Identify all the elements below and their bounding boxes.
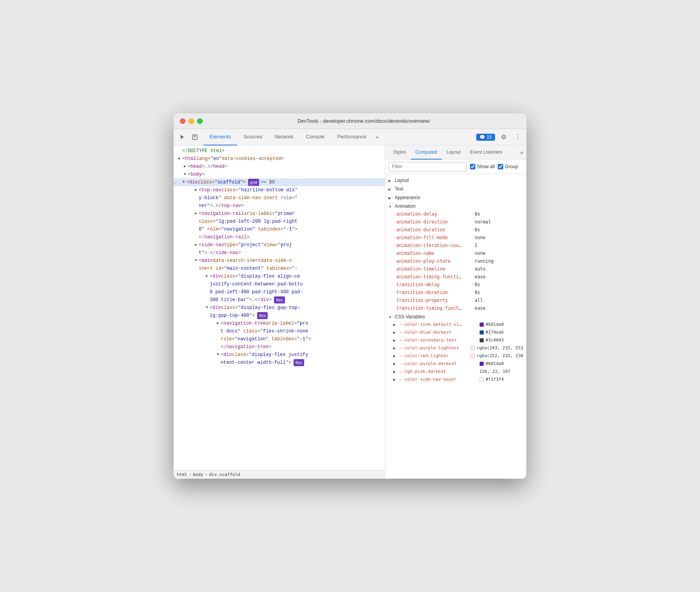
flex-badge-2[interactable]: flex bbox=[257, 312, 268, 319]
filter-input[interactable] bbox=[388, 162, 467, 171]
var-color-purple-lightest[interactable]: --color-purple-lightest rgba(243, 232, 2… bbox=[385, 344, 526, 352]
toggle-head[interactable]: ▶ bbox=[182, 163, 188, 170]
html-line-topnav[interactable]: ▶ <top-nav class="hairline-bottom dis" bbox=[174, 186, 385, 194]
styles-more-button[interactable]: » bbox=[520, 149, 523, 156]
inspect-icon[interactable] bbox=[189, 132, 200, 143]
toggle-navtree[interactable]: ▶ bbox=[215, 320, 221, 327]
tab-performance[interactable]: Performance bbox=[331, 129, 372, 145]
section-header-text[interactable]: Text bbox=[385, 185, 526, 193]
tab-event-listeners[interactable]: Event Listeners bbox=[465, 145, 507, 160]
computed-content[interactable]: Layout Text Appearance bbox=[385, 174, 526, 479]
html-line-titlebar3[interactable]: 0 pad-left-400 pad-right-400 pad- bbox=[174, 288, 385, 296]
html-line-sidenav2[interactable]: t">…</side-nav> bbox=[174, 249, 385, 257]
var-color-red-lighter[interactable]: --color-red-lighter rgba(252, 232, 230 bbox=[385, 352, 526, 360]
prop-animation-timeline[interactable]: animation-timeline auto bbox=[385, 265, 526, 273]
section-header-css-variables[interactable]: CSS Variables bbox=[385, 313, 526, 321]
prop-animation-iter[interactable]: animation-iteration-cou… 1 bbox=[385, 242, 526, 249]
elements-content[interactable]: <!DOCTYPE html> ▶ <html lang="en" data-c… bbox=[174, 145, 385, 470]
prop-animation-fill[interactable]: animation-fill-mode none bbox=[385, 234, 526, 242]
tab-network[interactable]: Network bbox=[268, 129, 300, 145]
html-line-sidenav[interactable]: ▶ <side-nav type="project" view="proj bbox=[174, 241, 385, 249]
prop-animation-name[interactable]: animation-name none bbox=[385, 249, 526, 257]
prop-animation-delay[interactable]: animation-delay 0s bbox=[385, 210, 526, 218]
section-header-animation[interactable]: Animation bbox=[385, 202, 526, 210]
group-checkbox[interactable] bbox=[498, 164, 503, 169]
html-line-body[interactable]: ▼ <body> bbox=[174, 171, 385, 178]
prop-animation-play[interactable]: animation-play-state running bbox=[385, 257, 526, 265]
var-color-secondary-text[interactable]: --color-secondary-text #3c4043 bbox=[385, 336, 526, 344]
group-label[interactable]: Group bbox=[498, 164, 518, 169]
html-line-navtree3[interactable]: role="navigation" tabindex="-1"> bbox=[174, 335, 385, 343]
prop-animation-duration[interactable]: animation-duration 0s bbox=[385, 226, 526, 234]
toggle-scaffold[interactable]: ▼ bbox=[181, 179, 187, 186]
html-line-navtree2[interactable]: t docs" class="flex-shrink-none bbox=[174, 327, 385, 335]
html-line-head[interactable]: ▶ <head>…</head> bbox=[174, 163, 385, 171]
var-toggle-1[interactable] bbox=[393, 321, 398, 328]
chat-badge[interactable]: 💬 15 bbox=[476, 134, 495, 141]
tab-styles[interactable]: Styles bbox=[388, 145, 411, 160]
tab-layout[interactable]: Layout bbox=[442, 145, 465, 160]
tab-sources[interactable]: Sources bbox=[237, 129, 268, 145]
prop-animation-direction[interactable]: animation-direction normal bbox=[385, 218, 526, 226]
close-button[interactable] bbox=[180, 118, 185, 124]
var-toggle-2[interactable] bbox=[393, 329, 398, 336]
toggle-body[interactable]: ▼ bbox=[182, 171, 188, 178]
prop-transition-timing[interactable]: transition-timing-funct… ease bbox=[385, 304, 526, 312]
show-all-checkbox[interactable] bbox=[470, 164, 475, 169]
var-toggle-4[interactable] bbox=[393, 345, 398, 352]
html-line-navrail2[interactable]: class="lg:pad-left-200 lg:pad-right bbox=[174, 218, 385, 225]
var-color-purple-darkest[interactable]: --color-purple-darkest #681da8 bbox=[385, 360, 526, 368]
html-line-navrail3[interactable]: 0" role="navigation" tabindex="-1"> bbox=[174, 225, 385, 233]
prop-transition-property[interactable]: transition-property all bbox=[385, 296, 526, 304]
cursor-icon[interactable] bbox=[177, 132, 188, 143]
var-toggle-8[interactable] bbox=[393, 376, 398, 383]
html-line-html[interactable]: ▶ <html lang="en" data-cookies-accepted> bbox=[174, 155, 385, 163]
var-color-side-nav-hover[interactable]: --color-side-nav-hover #f1f3f4 bbox=[385, 376, 526, 383]
toggle-gaptop[interactable]: ▼ bbox=[204, 304, 210, 311]
toggle-html[interactable]: ▶ bbox=[177, 155, 182, 162]
grid-badge[interactable]: grid bbox=[248, 179, 259, 186]
toggle-justify[interactable]: ▼ bbox=[215, 351, 221, 358]
breadcrumb-body[interactable]: body bbox=[193, 472, 203, 477]
var-toggle-3[interactable] bbox=[393, 337, 398, 344]
flex-badge-3[interactable]: flex bbox=[294, 359, 304, 366]
toggle-topnav[interactable]: ▶ bbox=[193, 187, 199, 194]
html-line-doctype[interactable]: <!DOCTYPE html> bbox=[174, 147, 385, 155]
html-line-topnav3[interactable]: ner">…</top-nav> bbox=[174, 202, 385, 210]
html-line-titlebar2[interactable]: justify-content-between pad-botto bbox=[174, 280, 385, 288]
tab-computed[interactable]: Computed bbox=[411, 145, 442, 160]
tab-elements[interactable]: Elements bbox=[203, 129, 237, 145]
maximize-button[interactable] bbox=[197, 118, 203, 124]
var-color-blue-darkest[interactable]: --color-blue-darkest #174ea6 bbox=[385, 329, 526, 336]
more-menu-button[interactable]: ⋮ bbox=[512, 132, 523, 143]
breadcrumb-html[interactable]: html bbox=[177, 472, 187, 477]
html-line-gaptop[interactable]: ▼ <div class="display-flex gap-top- bbox=[174, 304, 385, 312]
toggle-sidenav[interactable]: ▶ bbox=[193, 242, 199, 249]
toggle-titlebar[interactable]: ▶ bbox=[204, 273, 210, 280]
html-line-titlebar4[interactable]: 300 title-bar">…</div> flex bbox=[174, 296, 385, 304]
settings-button[interactable]: ⚙ bbox=[498, 132, 509, 143]
html-line-navtree4[interactable]: </navigation-tree> bbox=[174, 343, 385, 351]
flex-badge-1[interactable]: flex bbox=[274, 296, 285, 303]
html-line-navrail4[interactable]: </navigation-rail> bbox=[174, 233, 385, 241]
html-line-justify[interactable]: ▼ <div class="display-flex justify bbox=[174, 351, 385, 359]
breadcrumb-scaffold[interactable]: div.scaffold bbox=[209, 472, 240, 477]
toggle-main[interactable]: ▼ bbox=[193, 257, 199, 264]
html-line-gaptop2[interactable]: lg:gap-top-400"> flex bbox=[174, 312, 385, 320]
show-all-label[interactable]: Show all bbox=[470, 164, 495, 169]
prop-animation-timing[interactable]: animation-timing-functi… ease bbox=[385, 273, 526, 281]
html-line-navrail[interactable]: ▶ <navigation-rail aria-label="primar bbox=[174, 210, 385, 218]
var-toggle-5[interactable] bbox=[393, 352, 398, 360]
var-rgb-pink-darkest[interactable]: --rgb-pink-darkest 156, 22, 107 bbox=[385, 368, 526, 376]
html-line-scaffold[interactable]: … ▼ <div class="scaffold"> grid == $0 bbox=[174, 178, 385, 186]
html-line-titlebar[interactable]: ▶ <div class="display-flex align-ce bbox=[174, 272, 385, 280]
minimize-button[interactable] bbox=[189, 118, 194, 124]
html-line-main[interactable]: ▼ <main data-search-inert data-side-n bbox=[174, 257, 385, 265]
html-line-justify2[interactable]: ntent-center width-full"> flex bbox=[174, 359, 385, 367]
html-line-topnav2[interactable]: y-block" data-side-nav-inert role=" bbox=[174, 194, 385, 202]
var-color-link-default[interactable]: --color-link-default-vi… #681da8 bbox=[385, 321, 526, 329]
section-header-layout[interactable]: Layout bbox=[385, 176, 526, 184]
dots-button[interactable]: … bbox=[174, 179, 176, 186]
more-tabs-button[interactable]: » bbox=[373, 133, 382, 142]
html-line-main2[interactable]: inert id="main-content" tabindex="- bbox=[174, 265, 385, 272]
